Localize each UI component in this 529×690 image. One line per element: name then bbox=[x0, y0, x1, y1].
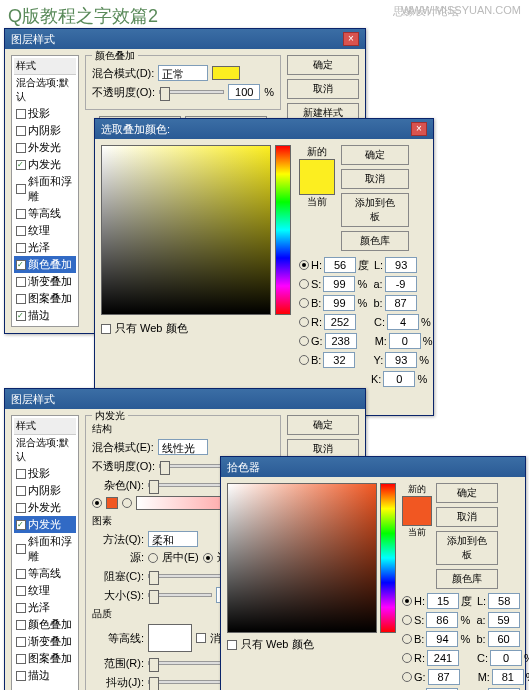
noise-slider[interactable] bbox=[148, 483, 224, 487]
antialias-checkbox[interactable] bbox=[196, 633, 206, 643]
B-input[interactable]: 94 bbox=[426, 631, 458, 647]
R-input[interactable]: 241 bbox=[427, 650, 459, 666]
style-checkbox[interactable] bbox=[16, 243, 26, 253]
style-checkbox[interactable] bbox=[16, 469, 26, 479]
glow-color-swatch[interactable] bbox=[106, 497, 118, 509]
overlay-color-swatch[interactable] bbox=[212, 66, 240, 80]
style-item-1[interactable]: 内阴影 bbox=[14, 122, 76, 139]
blend-options[interactable]: 混合选项:默认 bbox=[14, 75, 76, 105]
ok-button[interactable]: 确定 bbox=[287, 415, 359, 435]
S-input[interactable]: 99 bbox=[323, 276, 355, 292]
style-item-5[interactable]: 等高线 bbox=[14, 205, 76, 222]
style-item-9[interactable]: 渐变叠加 bbox=[14, 273, 76, 290]
style-item-2[interactable]: 外发光 bbox=[14, 139, 76, 156]
ok-button[interactable]: 确定 bbox=[436, 483, 498, 503]
style-checkbox[interactable] bbox=[16, 486, 26, 496]
style-item-0[interactable]: 投影 bbox=[14, 105, 76, 122]
style-item-4[interactable]: 斜面和浮雕 bbox=[14, 533, 76, 565]
close-icon[interactable]: × bbox=[343, 32, 359, 46]
style-checkbox[interactable] bbox=[16, 109, 26, 119]
S-radio[interactable] bbox=[402, 615, 412, 625]
add-swatch-button[interactable]: 添加到色板 bbox=[436, 531, 498, 565]
style-item-11[interactable]: 描边 bbox=[14, 307, 76, 324]
style-checkbox[interactable] bbox=[16, 569, 26, 579]
style-checkbox[interactable] bbox=[16, 160, 26, 170]
style-checkbox[interactable] bbox=[16, 654, 26, 664]
style-item-7[interactable]: 光泽 bbox=[14, 599, 76, 616]
M-input[interactable]: 0 bbox=[389, 333, 421, 349]
color-field[interactable] bbox=[101, 145, 271, 315]
contour-picker[interactable] bbox=[148, 624, 192, 652]
B-input[interactable]: 32 bbox=[323, 352, 355, 368]
style-item-5[interactable]: 等高线 bbox=[14, 565, 76, 582]
style-checkbox[interactable] bbox=[16, 503, 26, 513]
style-checkbox[interactable] bbox=[16, 603, 26, 613]
color-lib-button[interactable]: 颜色库 bbox=[341, 231, 409, 251]
web-only-checkbox[interactable] bbox=[227, 640, 237, 650]
style-checkbox[interactable] bbox=[16, 620, 26, 630]
style-checkbox[interactable] bbox=[16, 260, 26, 270]
Y-input[interactable]: 93 bbox=[385, 352, 417, 368]
style-item-0[interactable]: 投影 bbox=[14, 465, 76, 482]
style-checkbox[interactable] bbox=[16, 226, 26, 236]
C-input[interactable]: 0 bbox=[490, 650, 522, 666]
B-radio[interactable] bbox=[299, 298, 309, 308]
hue-slider[interactable] bbox=[380, 483, 396, 633]
style-checkbox[interactable] bbox=[16, 586, 26, 596]
hue-slider[interactable] bbox=[275, 145, 291, 315]
center-radio[interactable] bbox=[148, 553, 158, 563]
style-item-10[interactable]: 图案叠加 bbox=[14, 290, 76, 307]
H-radio[interactable] bbox=[402, 596, 412, 606]
style-item-10[interactable]: 图案叠加 bbox=[14, 650, 76, 667]
M-input[interactable]: 81 bbox=[492, 669, 524, 685]
ok-button[interactable]: 确定 bbox=[341, 145, 409, 165]
titlebar[interactable]: 图层样式 bbox=[5, 389, 365, 409]
style-item-1[interactable]: 内阴影 bbox=[14, 482, 76, 499]
S-input[interactable]: 86 bbox=[426, 612, 458, 628]
style-item-11[interactable]: 描边 bbox=[14, 667, 76, 684]
titlebar[interactable]: 拾色器 bbox=[221, 457, 525, 477]
blend-options[interactable]: 混合选项:默认 bbox=[14, 435, 76, 465]
opacity-input[interactable]: 100 bbox=[228, 84, 260, 100]
b-input[interactable]: 87 bbox=[385, 295, 417, 311]
color-lib-button[interactable]: 颜色库 bbox=[436, 569, 498, 589]
K-input[interactable]: 0 bbox=[383, 371, 415, 387]
color-field[interactable] bbox=[227, 483, 377, 633]
L-input[interactable]: 93 bbox=[385, 257, 417, 273]
R-input[interactable]: 252 bbox=[324, 314, 356, 330]
style-item-8[interactable]: 颜色叠加 bbox=[14, 256, 76, 273]
style-checkbox[interactable] bbox=[16, 143, 26, 153]
style-item-3[interactable]: 内发光 bbox=[14, 156, 76, 173]
a-input[interactable]: -9 bbox=[385, 276, 417, 292]
S-radio[interactable] bbox=[299, 279, 309, 289]
B-radio[interactable] bbox=[402, 634, 412, 644]
cancel-button[interactable]: 取消 bbox=[341, 169, 409, 189]
B-radio[interactable] bbox=[299, 355, 309, 365]
opacity-slider[interactable] bbox=[159, 90, 224, 94]
b-input[interactable]: 60 bbox=[488, 631, 520, 647]
G-radio[interactable] bbox=[299, 336, 309, 346]
edge-radio[interactable] bbox=[203, 553, 213, 563]
blend-mode-select[interactable]: 正常 bbox=[158, 65, 208, 81]
G-input[interactable]: 87 bbox=[428, 669, 460, 685]
ok-button[interactable]: 确定 bbox=[287, 55, 359, 75]
web-only-checkbox[interactable] bbox=[101, 324, 111, 334]
R-radio[interactable] bbox=[299, 317, 309, 327]
cancel-button[interactable]: 取消 bbox=[436, 507, 498, 527]
H-radio[interactable] bbox=[299, 260, 309, 270]
style-checkbox[interactable] bbox=[16, 671, 26, 681]
style-item-3[interactable]: 内发光 bbox=[14, 516, 76, 533]
method-select[interactable]: 柔和 bbox=[148, 531, 198, 547]
titlebar[interactable]: 图层样式 × bbox=[5, 29, 365, 49]
style-item-6[interactable]: 纹理 bbox=[14, 222, 76, 239]
style-item-2[interactable]: 外发光 bbox=[14, 499, 76, 516]
titlebar[interactable]: 选取叠加颜色: × bbox=[95, 119, 433, 139]
style-checkbox[interactable] bbox=[16, 294, 26, 304]
add-swatch-button[interactable]: 添加到色板 bbox=[341, 193, 409, 227]
style-checkbox[interactable] bbox=[16, 311, 26, 321]
a-input[interactable]: 59 bbox=[488, 612, 520, 628]
jitter-slider[interactable] bbox=[148, 680, 224, 684]
close-icon[interactable]: × bbox=[411, 122, 427, 136]
H-input[interactable]: 56 bbox=[324, 257, 356, 273]
style-checkbox[interactable] bbox=[16, 209, 26, 219]
